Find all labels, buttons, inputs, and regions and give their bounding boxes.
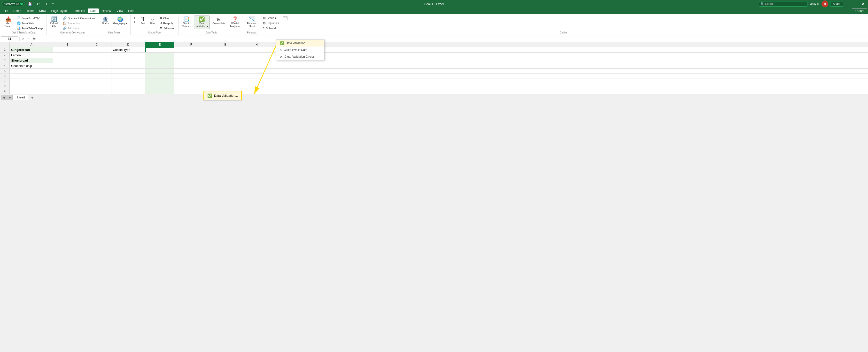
cell-h1[interactable] [242,47,271,52]
cell-b1[interactable] [53,47,82,52]
cell-i9[interactable] [271,89,300,94]
cell-f6[interactable] [175,74,208,79]
cell-a1[interactable]: Gingerbread [10,47,53,52]
cell-c7[interactable] [82,79,112,84]
cell-b8[interactable] [53,84,82,89]
cell-c3[interactable] [82,58,112,63]
share-button[interactable]: Share [830,1,843,6]
cell-b4[interactable] [53,63,82,68]
get-data-button[interactable]: 📥 GetData ▾ [2,16,14,29]
sheet-tab-sheet1[interactable]: Sheet1 [13,95,29,100]
cell-b6[interactable] [53,74,82,79]
from-web-button[interactable]: 🌐 From Web [15,21,45,26]
clear-button[interactable]: ✕ Clear [158,16,177,21]
forecast-sheet-button[interactable]: 📉 ForecastSheet [245,16,258,29]
cell-j9[interactable] [300,89,330,94]
cell-a7[interactable] [10,79,53,84]
cell-e9[interactable] [145,89,175,94]
cell-d2[interactable] [112,53,145,58]
formula-cancel-btn[interactable]: ✕ [21,36,25,41]
close-button[interactable]: ✕ [860,1,866,6]
cell-f3[interactable] [175,58,208,63]
cell-h5[interactable] [242,68,271,74]
cell-c4[interactable] [82,63,112,68]
col-header-c[interactable]: C [82,42,112,47]
cell-a2[interactable]: Lemon [10,53,53,58]
search-input[interactable] [759,1,807,6]
outline-expand-btn[interactable]: ⛶ [282,16,287,20]
cell-g1[interactable] [208,47,242,52]
col-header-h[interactable]: H [242,42,271,47]
cell-i7[interactable] [271,79,300,84]
cell-h4[interactable] [242,63,271,68]
cell-g7[interactable] [208,79,242,84]
cell-j7[interactable] [300,79,330,84]
stocks-button[interactable]: 🏦 Stocks [100,16,111,26]
cell-j5[interactable] [300,68,330,74]
cell-f2[interactable] [175,53,208,58]
redo-button[interactable]: ↪ [43,1,49,6]
maximize-button[interactable]: □ [854,1,858,6]
cell-h3[interactable] [242,58,271,63]
cell-c9[interactable] [82,89,112,94]
ungroup-button[interactable]: ⊟ Ungroup ▾ [261,21,281,26]
reapply-button[interactable]: ↺ Reapply [158,21,177,26]
cell-a6[interactable] [10,74,53,79]
menu-insert[interactable]: Insert [24,8,36,13]
col-header-a[interactable]: A [10,42,53,47]
queries-connections-button[interactable]: 🔗 Queries & Connections [61,16,97,21]
edit-links-button[interactable]: 🔗 Edit Links [61,26,97,31]
add-sheet-button[interactable]: + [29,95,35,100]
cell-d5[interactable] [112,68,145,74]
cell-g5[interactable] [208,68,242,74]
cell-j4[interactable] [300,63,330,68]
cell-f4[interactable] [175,63,208,68]
cell-b2[interactable] [53,53,82,58]
cell-f7[interactable] [175,79,208,84]
menu-formulas[interactable]: Formulas [70,8,87,13]
cell-h7[interactable] [242,79,271,84]
circle-invalid-menu-item[interactable]: ○ Circle Invalid Data [276,47,324,53]
menu-page-layout[interactable]: Page Layout [49,8,70,13]
cell-b3[interactable] [53,58,82,63]
cell-j6[interactable] [300,74,330,79]
cell-d1[interactable]: Cookie Type [112,47,145,52]
cell-e7[interactable] [145,79,175,84]
group-button[interactable]: ⊞ Group ▾ [261,16,281,21]
cell-e4[interactable] [145,63,175,68]
cell-f1[interactable] [175,47,208,52]
cell-c8[interactable] [82,84,112,89]
cell-e3[interactable] [145,58,175,63]
outline-expand-icon[interactable]: ⛶ [283,17,287,20]
cell-d8[interactable] [112,84,145,89]
clear-validation-menu-item[interactable]: ✕ Clear Validation Circles [276,53,324,60]
cell-a9[interactable] [10,89,53,94]
cell-f9[interactable] [175,89,208,94]
sort-asc-button[interactable]: ⬆ [132,16,137,20]
cell-e5[interactable] [145,68,175,74]
cell-g2[interactable] [208,53,242,58]
cell-d9[interactable] [112,89,145,94]
cell-i8[interactable] [271,84,300,89]
avatar[interactable]: M [822,0,828,7]
cell-c6[interactable] [82,74,112,79]
menu-draw[interactable]: Draw [37,8,48,13]
col-header-b[interactable]: B [53,42,82,47]
navigate-left-btn[interactable]: ◀ [1,95,6,100]
cell-c1[interactable] [82,47,112,52]
refresh-all-button[interactable]: 🔄 RefreshAll ▾ [48,16,60,29]
cell-g6[interactable] [208,74,242,79]
col-header-e[interactable]: E [145,42,175,47]
data-validation-dropdown-button[interactable]: ✅ DataValidation ▾ [194,16,210,29]
cell-i5[interactable] [271,68,300,74]
sort-button[interactable]: ⇅ Sort [138,16,147,26]
navigate-right-btn[interactable]: ▶ [7,95,12,100]
menu-view[interactable]: View [114,8,125,13]
cell-c5[interactable] [82,68,112,74]
cell-h6[interactable] [242,74,271,79]
col-header-f[interactable]: F [175,42,208,47]
cell-d3[interactable] [112,58,145,63]
cell-g4[interactable] [208,63,242,68]
consolidate-button[interactable]: ⊞ Consolidate [211,16,227,26]
cell-a4[interactable]: Chocolate chip [10,63,53,68]
